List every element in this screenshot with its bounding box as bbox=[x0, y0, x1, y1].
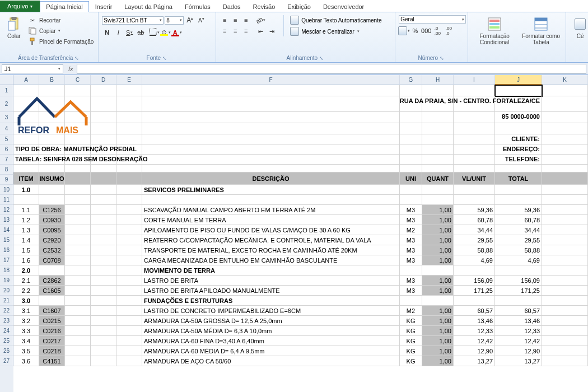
tab-exibição[interactable]: Exibição bbox=[281, 1, 317, 12]
cell[interactable]: 13,27 bbox=[495, 356, 542, 366]
cell[interactable]: 1,00 bbox=[422, 225, 454, 235]
cell[interactable] bbox=[116, 165, 142, 172]
cell[interactable] bbox=[542, 205, 588, 215]
cell[interactable] bbox=[116, 356, 142, 366]
cell[interactable]: MOVIMENTO DE TERRA bbox=[142, 265, 400, 276]
cell[interactable] bbox=[91, 165, 116, 172]
cell[interactable] bbox=[542, 356, 588, 366]
cell[interactable] bbox=[542, 185, 588, 195]
cell[interactable] bbox=[91, 123, 116, 134]
cell[interactable] bbox=[65, 296, 91, 306]
cell[interactable] bbox=[65, 356, 91, 366]
row-header-20[interactable]: 20 bbox=[0, 286, 13, 296]
align-right-button[interactable]: ≡ bbox=[241, 26, 251, 36]
cell[interactable] bbox=[495, 123, 542, 134]
cell[interactable]: UNI bbox=[400, 172, 422, 185]
cell[interactable]: 1.1 bbox=[13, 205, 39, 215]
tab-fórmulas[interactable]: Fórmulas bbox=[179, 1, 217, 12]
cell[interactable]: M2 bbox=[400, 225, 422, 235]
cell[interactable] bbox=[39, 123, 65, 134]
cell[interactable]: LASTRO DE BRITA bbox=[142, 276, 400, 286]
row-header-6[interactable]: 6 bbox=[0, 144, 13, 155]
cell[interactable] bbox=[454, 112, 495, 123]
cell[interactable]: 1.2 bbox=[13, 215, 39, 225]
cell[interactable]: 1.3 bbox=[13, 225, 39, 235]
dialog-launcher-icon[interactable]: ⤡ bbox=[162, 55, 168, 61]
cell[interactable] bbox=[495, 195, 542, 205]
cell[interactable]: C0215 bbox=[39, 316, 65, 326]
cell[interactable] bbox=[13, 85, 39, 96]
cell[interactable] bbox=[542, 195, 588, 205]
cell[interactable] bbox=[91, 265, 116, 276]
cell[interactable]: C4151 bbox=[39, 356, 65, 366]
cell[interactable] bbox=[116, 123, 142, 134]
cell[interactable] bbox=[116, 336, 142, 346]
formula-input[interactable] bbox=[77, 64, 586, 74]
cell[interactable] bbox=[454, 134, 495, 144]
cell[interactable] bbox=[116, 134, 142, 144]
cell[interactable]: 3.2 bbox=[13, 316, 39, 326]
cell[interactable] bbox=[454, 185, 495, 195]
cell[interactable]: C2532 bbox=[39, 245, 65, 255]
cell[interactable] bbox=[65, 336, 91, 346]
cell[interactable]: TRANSPORTE DE MATERIAL, EXCETO ROCHA EM … bbox=[142, 245, 400, 255]
cell[interactable] bbox=[65, 225, 91, 235]
cell[interactable] bbox=[454, 155, 495, 165]
cell[interactable] bbox=[454, 165, 495, 172]
cell[interactable] bbox=[116, 316, 142, 326]
cell[interactable]: M3 bbox=[400, 235, 422, 245]
cell[interactable] bbox=[13, 134, 39, 144]
cell[interactable] bbox=[39, 155, 65, 165]
tab-dados[interactable]: Dados bbox=[217, 1, 247, 12]
cell[interactable] bbox=[65, 255, 91, 265]
row-header-16[interactable]: 16 bbox=[0, 245, 13, 255]
cell[interactable]: 29,55 bbox=[495, 235, 542, 245]
cell[interactable]: C0930 bbox=[39, 215, 65, 225]
cell[interactable] bbox=[91, 195, 116, 205]
cell[interactable] bbox=[422, 185, 454, 195]
row-header-19[interactable]: 19 bbox=[0, 276, 13, 286]
cell[interactable]: M3 bbox=[400, 205, 422, 215]
cell[interactable] bbox=[91, 276, 116, 286]
cell[interactable]: 58,88 bbox=[495, 245, 542, 255]
cell[interactable] bbox=[13, 155, 39, 165]
cell[interactable] bbox=[400, 296, 422, 306]
cell[interactable]: 13,27 bbox=[454, 356, 495, 366]
cell[interactable]: 1,00 bbox=[422, 356, 454, 366]
cell[interactable]: C1605 bbox=[39, 286, 65, 296]
cell[interactable] bbox=[542, 225, 588, 235]
cell[interactable] bbox=[542, 96, 588, 112]
cell[interactable] bbox=[142, 155, 400, 165]
col-header-B[interactable]: B bbox=[39, 75, 65, 85]
cell[interactable]: M3 bbox=[400, 215, 422, 225]
cell[interactable] bbox=[91, 215, 116, 225]
row-header-5[interactable]: 5 bbox=[0, 134, 13, 144]
cell[interactable] bbox=[142, 195, 400, 205]
cell[interactable]: 1.4 bbox=[13, 235, 39, 245]
col-header-D[interactable]: D bbox=[91, 75, 116, 85]
cell[interactable] bbox=[65, 316, 91, 326]
cell[interactable]: 12,33 bbox=[495, 326, 542, 336]
cell[interactable] bbox=[65, 326, 91, 336]
cell[interactable] bbox=[91, 205, 116, 215]
cell[interactable]: 156,09 bbox=[454, 276, 495, 286]
cell[interactable]: KG bbox=[400, 336, 422, 346]
cell[interactable] bbox=[91, 172, 116, 185]
cell[interactable]: LASTRO DE CONCRETO IMPERMEABILIZADO E=6C… bbox=[142, 306, 400, 316]
cell[interactable]: CORTE MANUAL EM TERRA bbox=[142, 215, 400, 225]
cell[interactable]: C2920 bbox=[39, 235, 65, 245]
cell[interactable]: 4,69 bbox=[495, 255, 542, 265]
cell[interactable] bbox=[91, 155, 116, 165]
cell[interactable] bbox=[495, 185, 542, 195]
font-color-button[interactable]: A▾ bbox=[171, 27, 181, 38]
tab-revisão[interactable]: Revisão bbox=[247, 1, 282, 12]
font-size-combo[interactable]: 8▾ bbox=[165, 16, 184, 25]
cell[interactable] bbox=[542, 165, 588, 172]
cell[interactable] bbox=[39, 144, 65, 155]
cell[interactable] bbox=[422, 165, 454, 172]
row-header-25[interactable]: 25 bbox=[0, 336, 13, 346]
cell[interactable] bbox=[542, 346, 588, 356]
cell[interactable] bbox=[116, 96, 142, 112]
cell[interactable]: KG bbox=[400, 326, 422, 336]
align-middle-button[interactable]: ≡ bbox=[230, 15, 240, 25]
